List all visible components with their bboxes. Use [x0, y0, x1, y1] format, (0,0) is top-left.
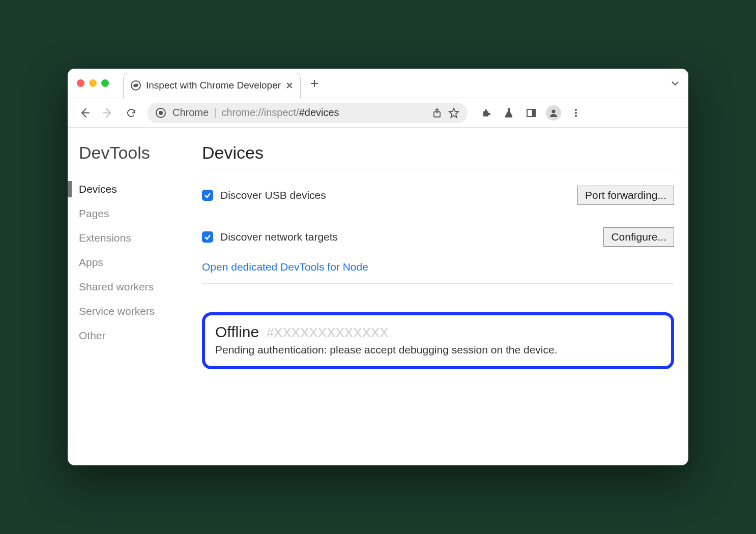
close-tab-button[interactable] [286, 82, 293, 89]
profile-button[interactable] [546, 105, 561, 121]
sidebar-item-extensions[interactable]: Extensions [79, 226, 190, 250]
menu-icon[interactable] [568, 105, 584, 121]
svg-point-5 [552, 109, 556, 113]
forward-button[interactable] [100, 105, 115, 121]
url-scheme-label: Chrome [172, 107, 209, 118]
minimize-window-button[interactable] [89, 79, 97, 87]
page-title: Devices [202, 143, 674, 169]
sidebar-item-devices[interactable]: Devices [79, 177, 190, 201]
sidebar-item-apps[interactable]: Apps [79, 250, 190, 275]
port-forwarding-button[interactable]: Port forwarding... [577, 186, 674, 205]
chrome-icon [155, 107, 166, 118]
discover-network-label: Discover network targets [220, 231, 338, 243]
offline-device-hash: #XXXXXXXXXXXXX [267, 325, 389, 340]
svg-point-1 [159, 111, 163, 115]
sidebar-item-pages[interactable]: Pages [79, 201, 190, 226]
toolbar: Chrome | chrome://inspect/#devices [68, 98, 688, 128]
share-icon[interactable] [432, 108, 442, 118]
url-text: Chrome | chrome://inspect/#devices [172, 107, 339, 118]
extensions-icon[interactable] [479, 105, 494, 121]
discover-network-row: Discover network targets Configure... [202, 220, 674, 254]
configure-button[interactable]: Configure... [603, 227, 674, 247]
address-bar[interactable]: Chrome | chrome://inspect/#devices [147, 103, 468, 123]
discover-usb-row: Discover USB devices Port forwarding... [202, 179, 674, 212]
labs-icon[interactable] [501, 105, 516, 121]
url-path: chrome://inspect/ [221, 107, 299, 118]
svg-point-6 [575, 109, 577, 111]
svg-rect-4 [532, 109, 535, 116]
sidebar-item-shared-workers[interactable]: Shared workers [79, 275, 190, 299]
star-icon[interactable] [448, 107, 459, 118]
offline-status-label: Offline [215, 323, 259, 340]
titlebar: Inspect with Chrome Developer [68, 69, 688, 98]
main-panel: Devices Discover USB devices Port forwar… [190, 143, 688, 465]
svg-point-8 [575, 115, 577, 117]
check-icon [204, 192, 211, 199]
chevron-down-icon[interactable] [671, 81, 679, 86]
discover-usb-checkbox[interactable] [202, 190, 213, 201]
back-button[interactable] [77, 105, 92, 121]
globe-icon [131, 80, 141, 91]
check-icon [204, 233, 211, 241]
discover-usb-label: Discover USB devices [220, 189, 326, 201]
offline-message: Pending authentication: please accept de… [215, 344, 661, 356]
offline-device-box: Offline #XXXXXXXXXXXXX Pending authentic… [202, 312, 674, 369]
sidebar-item-service-workers[interactable]: Service workers [79, 299, 190, 323]
sidebar: DevTools Devices Pages Extensions Apps S… [68, 143, 190, 465]
reload-button[interactable] [124, 105, 139, 121]
new-tab-button[interactable] [310, 79, 319, 88]
toolbar-actions [479, 105, 584, 121]
sidebar-item-other[interactable]: Other [79, 323, 190, 348]
browser-window: Inspect with Chrome Developer Chrome [68, 69, 688, 465]
maximize-window-button[interactable] [101, 79, 109, 87]
open-devtools-node-link[interactable]: Open dedicated DevTools for Node [202, 254, 674, 284]
tab-title: Inspect with Chrome Developer [146, 80, 281, 91]
traffic-lights [77, 79, 109, 87]
side-panel-icon[interactable] [524, 105, 539, 121]
url-hash: #devices [299, 107, 339, 118]
discover-network-checkbox[interactable] [202, 231, 213, 243]
content-area: DevTools Devices Pages Extensions Apps S… [68, 128, 688, 465]
close-window-button[interactable] [77, 79, 84, 87]
svg-point-7 [575, 112, 577, 114]
offline-heading-row: Offline #XXXXXXXXXXXXX [215, 323, 661, 341]
browser-tab[interactable]: Inspect with Chrome Developer [123, 73, 301, 98]
url-separator: | [214, 107, 216, 118]
sidebar-title: DevTools [79, 143, 190, 163]
